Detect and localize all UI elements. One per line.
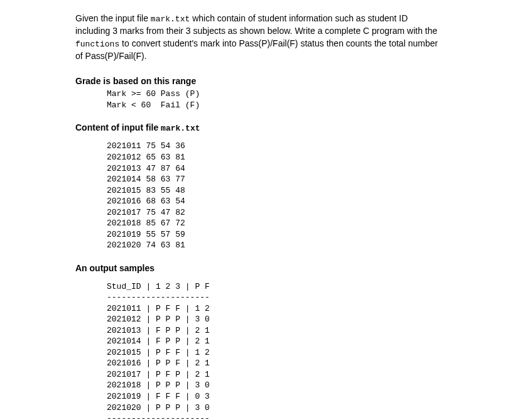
input-heading-prefix: Content of input file: [75, 122, 161, 132]
input-content: 2021011 75 54 36 2021012 65 63 81 202101…: [107, 141, 445, 250]
intro-text: Given the input file mark.txt which cont…: [75, 13, 445, 63]
output-heading: An output samples: [75, 262, 445, 275]
output-content: Stud_ID | 1 2 3 | P F ------------------…: [107, 281, 445, 421]
filename-mark: mark.txt: [151, 14, 190, 24]
intro-paragraph: Given the input file mark.txt which cont…: [75, 13, 445, 63]
keyword-functions: functions: [75, 40, 119, 49]
grade-heading: Grade is based on this range: [75, 75, 445, 88]
input-heading: Content of input file mark.txt: [75, 122, 445, 134]
grade-rules: Mark >= 60 Pass (P) Mark < 60 Fail (F): [107, 89, 445, 110]
input-heading-filename: mark.txt: [161, 124, 200, 133]
